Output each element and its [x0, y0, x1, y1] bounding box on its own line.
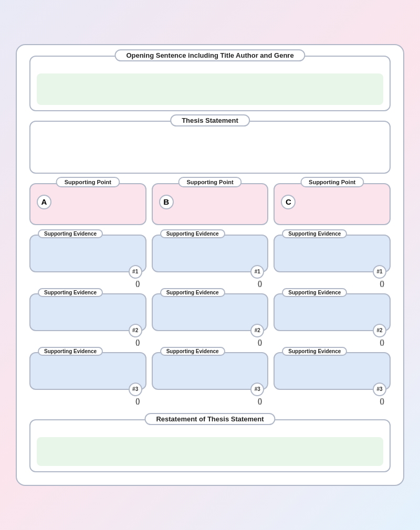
support-point-b-box[interactable]: Supporting Point B [152, 183, 269, 225]
evidence-b2-paren: () [258, 338, 262, 346]
evidence-b3-block: Supporting Evidence #3 () [152, 352, 269, 390]
evidence-b3-label: Supporting Evidence [160, 347, 225, 356]
evidence-a2-block: Supporting Evidence #2 () [29, 293, 146, 331]
support-point-a-box[interactable]: Supporting Point A [29, 183, 146, 225]
evidence-a1-block: Supporting Evidence #1 () [29, 235, 146, 272]
restatement-textarea[interactable] [37, 437, 383, 466]
evidence-col-b: Supporting Evidence #1 () Supporting Evi… [152, 235, 269, 407]
support-point-c-col: Supporting Point C [274, 183, 391, 225]
evidence-b2-num: #2 [250, 324, 264, 337]
evidence-a2-paren: () [135, 338, 140, 346]
evidence-c1-num: #1 [373, 265, 386, 279]
letter-badge-b: B [159, 195, 174, 209]
evidence-c2-label: Supporting Evidence [282, 288, 347, 297]
evidence-b3-paren: () [258, 397, 262, 405]
support-point-a-label: Supporting Point [56, 177, 120, 187]
evidence-c3-paren: () [380, 397, 384, 405]
letter-badge-c: C [281, 195, 296, 209]
restatement-section: Restatement of Thesis Statement [29, 419, 391, 472]
evidence-b3-num: #3 [250, 383, 264, 396]
evidence-b1-num: #1 [250, 265, 264, 279]
evidence-c2-block: Supporting Evidence #2 () [274, 293, 391, 331]
evidence-col-c: Supporting Evidence #1 () Supporting Evi… [274, 235, 391, 407]
letter-badge-a: A [37, 195, 51, 209]
thesis-section: Thesis Statement [29, 121, 391, 174]
evidence-b1-box[interactable]: Supporting Evidence [152, 235, 269, 272]
evidence-a2-label: Supporting Evidence [38, 288, 103, 297]
evidence-col-a: Supporting Evidence #1 () Supporting Evi… [29, 235, 146, 407]
evidence-b2-label: Supporting Evidence [160, 288, 225, 297]
evidence-c2-box[interactable]: Supporting Evidence [274, 293, 391, 331]
evidence-b2-block: Supporting Evidence #2 () [152, 293, 269, 331]
evidence-c1-box[interactable]: Supporting Evidence [274, 235, 391, 272]
main-container: Opening Sentence including Title Author … [16, 44, 404, 486]
evidence-c1-block: Supporting Evidence #1 () [274, 235, 391, 272]
evidence-a2-box[interactable]: Supporting Evidence [29, 293, 146, 331]
evidence-a3-box[interactable]: Supporting Evidence [29, 352, 146, 390]
evidence-a3-num: #3 [129, 383, 142, 396]
support-point-c-box[interactable]: Supporting Point C [274, 183, 391, 225]
support-point-c-label: Supporting Point [300, 177, 364, 187]
opening-section: Opening Sentence including Title Author … [29, 56, 391, 111]
evidence-b1-block: Supporting Evidence #1 () [152, 235, 269, 272]
evidence-c3-box[interactable]: Supporting Evidence [274, 352, 391, 390]
evidence-a1-box[interactable]: Supporting Evidence [29, 235, 146, 272]
evidence-a1-paren: () [135, 279, 140, 287]
evidence-a2-num: #2 [129, 324, 142, 337]
evidence-a1-num: #1 [129, 265, 142, 279]
evidence-c2-paren: () [380, 338, 384, 346]
evidence-b1-paren: () [258, 279, 262, 287]
opening-label: Opening Sentence including Title Author … [114, 49, 305, 61]
thesis-textarea[interactable] [37, 139, 383, 167]
evidence-section: Supporting Evidence #1 () Supporting Evi… [29, 235, 391, 407]
evidence-c1-label: Supporting Evidence [282, 229, 347, 238]
support-point-a-col: Supporting Point A [29, 183, 146, 225]
evidence-c2-num: #2 [373, 324, 386, 337]
evidence-c1-paren: () [380, 279, 384, 287]
evidence-b1-label: Supporting Evidence [160, 229, 225, 238]
supporting-points-row: Supporting Point A Supporting Point B Su… [29, 183, 391, 225]
evidence-a3-label: Supporting Evidence [38, 347, 103, 356]
restatement-label: Restatement of Thesis Statement [144, 413, 275, 425]
evidence-b3-box[interactable]: Supporting Evidence [152, 352, 269, 390]
evidence-c3-num: #3 [373, 383, 386, 396]
evidence-a3-paren: () [135, 397, 140, 405]
support-point-b-col: Supporting Point B [152, 183, 269, 225]
opening-textarea[interactable] [37, 73, 383, 105]
support-point-b-label: Supporting Point [178, 177, 242, 187]
evidence-b2-box[interactable]: Supporting Evidence [152, 293, 269, 331]
evidence-c3-block: Supporting Evidence #3 () [274, 352, 391, 390]
evidence-a1-label: Supporting Evidence [38, 229, 103, 238]
evidence-c3-label: Supporting Evidence [282, 347, 347, 356]
evidence-a3-block: Supporting Evidence #3 () [29, 352, 146, 390]
thesis-label: Thesis Statement [170, 114, 250, 126]
